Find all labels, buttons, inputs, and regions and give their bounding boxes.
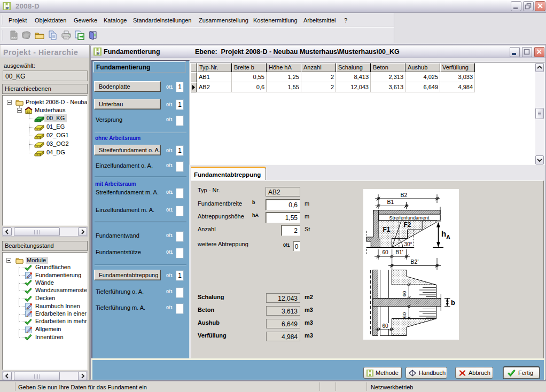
svg-text:F1: F1 bbox=[383, 226, 391, 233]
svg-text:F2: F2 bbox=[404, 221, 411, 229]
svg-text:60: 60 bbox=[401, 291, 407, 297]
svg-text:b: b bbox=[451, 299, 455, 307]
svg-text:B1: B1 bbox=[387, 199, 394, 205]
svg-text:A: A bbox=[446, 234, 450, 240]
svg-text:B1': B1' bbox=[395, 249, 403, 255]
svg-text:60: 60 bbox=[382, 323, 388, 329]
svg-text:30°: 30° bbox=[404, 241, 412, 247]
svg-text:B2: B2 bbox=[401, 192, 408, 198]
svg-text:Streifenfundament: Streifenfundament bbox=[389, 215, 430, 221]
svg-text:M: M bbox=[97, 52, 99, 55]
svg-text:M: M bbox=[6, 6, 9, 10]
svg-text:h: h bbox=[441, 229, 446, 238]
svg-text:B2': B2' bbox=[411, 258, 419, 265]
svg-text:60: 60 bbox=[401, 312, 407, 318]
svg-text:60: 60 bbox=[382, 249, 388, 255]
